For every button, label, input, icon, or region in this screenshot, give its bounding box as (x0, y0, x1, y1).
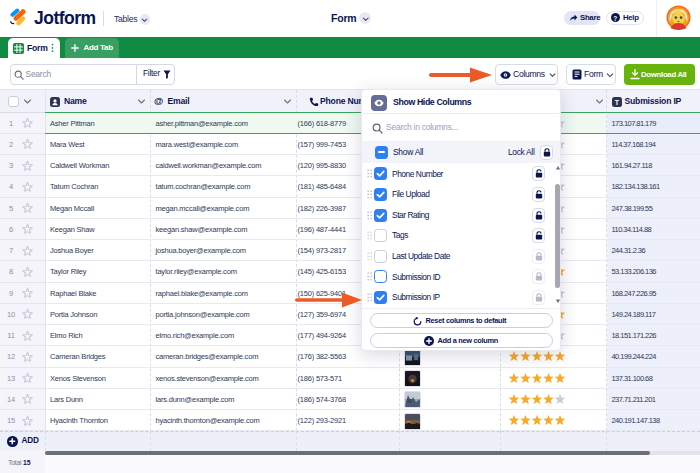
svg-text:T: T (615, 98, 620, 105)
